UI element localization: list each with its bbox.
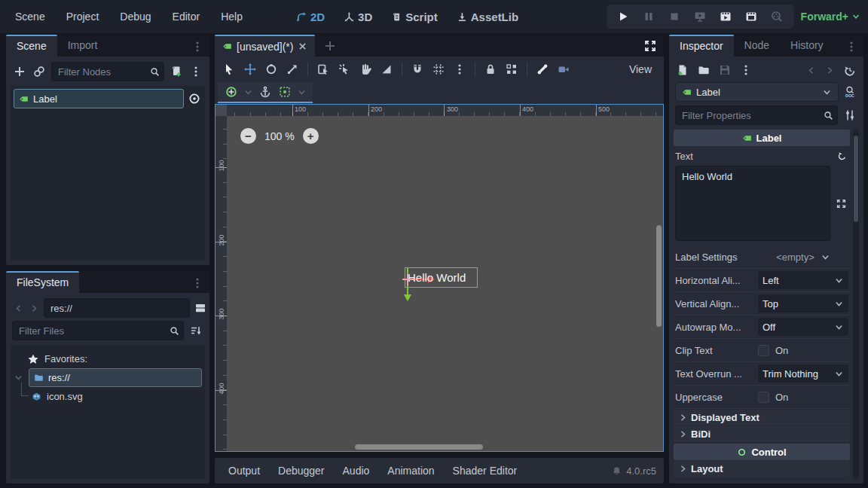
favorites-row[interactable]: Favorites: xyxy=(14,349,202,368)
play-scene-button[interactable] xyxy=(718,9,733,24)
menu-project[interactable]: Project xyxy=(59,8,107,26)
tab-scene[interactable]: Scene xyxy=(6,35,57,56)
chevron-down-icon[interactable] xyxy=(297,87,307,97)
scene-dock-menu-button[interactable] xyxy=(190,39,205,54)
menu-debug[interactable]: Debug xyxy=(112,8,158,26)
smart-snap-button[interactable] xyxy=(408,61,427,78)
zoom-level[interactable]: 100 % xyxy=(264,130,295,142)
workspace-script[interactable]: Script xyxy=(392,11,438,23)
audio-panel-button[interactable]: Audio xyxy=(335,462,377,480)
resource-options-button[interactable] xyxy=(738,63,753,78)
rotate-tool-button[interactable] xyxy=(261,61,281,78)
renderer-selector[interactable]: Forward+ xyxy=(801,11,860,23)
vertical-alignment-dropdown[interactable]: Top xyxy=(758,294,848,313)
add-node-button[interactable] xyxy=(12,64,27,79)
scene-tab-unsaved[interactable]: [unsaved](*) xyxy=(215,35,315,56)
filter-properties-input[interactable] xyxy=(675,105,838,125)
inspector-dock-menu-button[interactable] xyxy=(844,39,859,54)
list-select-button[interactable] xyxy=(313,61,333,78)
snap-options-button[interactable] xyxy=(450,61,469,78)
stop-button[interactable] xyxy=(667,9,682,24)
chevron-down-icon[interactable] xyxy=(243,87,253,97)
close-icon[interactable] xyxy=(298,41,307,51)
expand-editor-icon[interactable] xyxy=(836,199,846,209)
scale-tool-button[interactable] xyxy=(283,61,302,78)
nav-forward-button[interactable] xyxy=(28,302,41,315)
tab-filesystem[interactable]: FileSystem xyxy=(6,271,79,293)
lock-selection-button[interactable] xyxy=(481,61,500,78)
text-overrun-dropdown[interactable]: Trim Nothing xyxy=(758,364,848,383)
animation-panel-button[interactable]: Animation xyxy=(380,462,442,480)
ruler-tool-button[interactable] xyxy=(377,61,396,78)
instantiate-scene-button[interactable] xyxy=(32,64,47,79)
open-docs-button[interactable]: DOC xyxy=(842,84,857,99)
play-button[interactable] xyxy=(616,9,631,24)
filter-files-input[interactable] xyxy=(12,321,184,340)
edit-history-button[interactable] xyxy=(842,63,857,78)
move-tool-button[interactable] xyxy=(240,61,260,78)
property-tools-button[interactable] xyxy=(842,108,857,123)
pan-tool-button[interactable] xyxy=(356,61,375,78)
group-selection-button[interactable] xyxy=(502,61,521,78)
path-field[interactable] xyxy=(44,298,190,318)
preview-camera-button[interactable] xyxy=(554,61,573,78)
history-back-button[interactable] xyxy=(805,64,818,77)
nav-back-button[interactable] xyxy=(12,302,25,315)
collapse-arrow-icon[interactable] xyxy=(14,373,23,383)
edited-object-selector[interactable]: Label xyxy=(675,82,839,102)
workspace-3d[interactable]: 3D xyxy=(344,11,372,23)
select-tool-button[interactable] xyxy=(219,61,239,78)
new-scene-tab-button[interactable] xyxy=(322,38,338,53)
canvas-label-node[interactable]: Hello World xyxy=(405,267,478,288)
view-menu[interactable]: View xyxy=(629,63,659,75)
workspace-2d[interactable]: 2D xyxy=(297,11,325,23)
clip-text-checkbox[interactable] xyxy=(758,345,769,356)
file-row-icon-svg[interactable]: icon.svg xyxy=(14,387,202,406)
horizontal-alignment-dropdown[interactable]: Left xyxy=(758,271,848,289)
canvas[interactable]: − 100 % + Hello World xyxy=(227,116,663,451)
revert-property-button[interactable] xyxy=(836,150,848,163)
autowrap-mode-dropdown[interactable]: Off xyxy=(758,318,848,336)
distraction-free-button[interactable] xyxy=(643,38,658,53)
folder-row-res[interactable]: res:// xyxy=(14,368,202,387)
menu-editor[interactable]: Editor xyxy=(165,8,208,26)
menu-help[interactable]: Help xyxy=(213,8,250,26)
zoom-in-button[interactable]: + xyxy=(303,128,319,144)
remote-debug-icon[interactable] xyxy=(692,9,708,24)
uppercase-checkbox[interactable] xyxy=(758,392,769,403)
save-resource-button[interactable] xyxy=(717,63,732,78)
pause-button[interactable] xyxy=(641,9,656,24)
text-property-editor[interactable]: Hello World xyxy=(675,166,830,241)
position-mode-button[interactable] xyxy=(224,84,239,99)
debugger-panel-button[interactable]: Debugger xyxy=(270,462,332,480)
vertical-scrollbar[interactable] xyxy=(656,225,662,327)
group-displayed-text[interactable]: Displayed Text xyxy=(674,410,850,425)
visibility-toggle[interactable] xyxy=(187,91,202,106)
anchors-preset-button[interactable] xyxy=(277,84,292,99)
grid-snap-button[interactable] xyxy=(429,61,448,78)
workspace-assetlib[interactable]: AssetLib xyxy=(457,11,518,23)
history-forward-button[interactable] xyxy=(824,64,836,77)
group-layout[interactable]: Layout xyxy=(674,461,850,477)
group-bidi[interactable]: BiDi xyxy=(674,426,850,442)
tab-node[interactable]: Node xyxy=(734,35,780,56)
output-panel-button[interactable]: Output xyxy=(221,462,267,480)
zoom-out-button[interactable]: − xyxy=(240,128,256,144)
play-custom-scene-button[interactable] xyxy=(744,9,759,24)
new-resource-button[interactable] xyxy=(675,63,690,78)
shader-editor-panel-button[interactable]: Shader Editor xyxy=(445,462,525,480)
notification-bell-icon[interactable] xyxy=(612,466,622,476)
tab-inspector[interactable]: Inspector xyxy=(669,35,734,56)
anchor-button[interactable] xyxy=(258,84,273,99)
scene-node-label[interactable]: Label xyxy=(14,89,184,108)
split-mode-button[interactable] xyxy=(193,300,208,316)
filter-nodes-input[interactable] xyxy=(51,62,164,81)
scene-tree-menu-button[interactable] xyxy=(188,64,203,79)
click-select-button[interactable] xyxy=(335,61,354,78)
horizontal-scrollbar[interactable] xyxy=(355,444,483,450)
tab-import[interactable]: Import xyxy=(57,35,108,56)
label-settings-dropdown[interactable]: <empty> xyxy=(758,252,848,263)
sort-files-button[interactable] xyxy=(188,323,203,338)
inspector-scrollbar[interactable] xyxy=(853,130,859,479)
skeleton-button[interactable] xyxy=(533,61,552,78)
